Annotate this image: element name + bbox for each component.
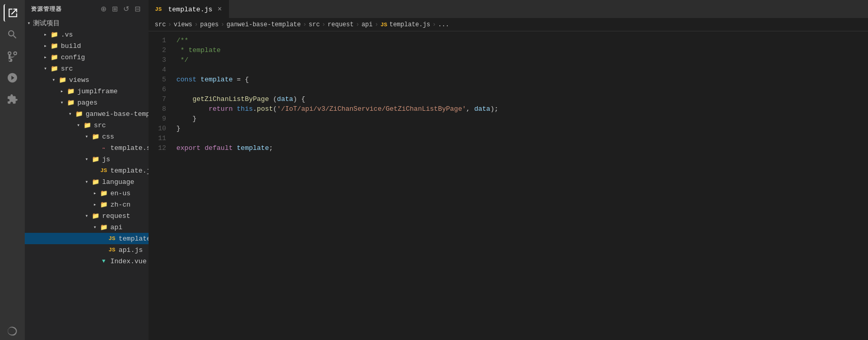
config-arrow: ▸ — [41, 53, 50, 61]
breadcrumb: src › views › pages › ganwei-base-templa… — [149, 18, 868, 31]
tree-item-api[interactable]: ▾ 📁 api — [25, 222, 149, 233]
tree-item-zh-cn[interactable]: ▸ 📁 zh-cn — [25, 199, 149, 210]
en-us-label: en-us — [110, 190, 130, 197]
breadcrumb-js-icon: JS — [381, 22, 387, 28]
sidebar-header: 资源管理器 ⊕ ⊞ ↺ ⊟ — [25, 0, 149, 18]
code-line-9: 9 } — [149, 114, 868, 124]
jumplframe-label: jumplframe — [77, 88, 118, 95]
js-folder-arrow: ▾ — [83, 155, 91, 163]
tree-item-template-js-selected[interactable]: ▸ JS template.js — [25, 233, 149, 244]
tree-item-index-vue[interactable]: ▸ ▼ Index.vue — [25, 256, 149, 267]
tree-item-en-us[interactable]: ▸ 📁 en-us — [25, 188, 149, 199]
collapse-button[interactable]: ⊟ — [133, 4, 142, 13]
code-line-6: 6 — [149, 84, 868, 94]
language-arrow: ▾ — [83, 178, 91, 186]
run-debug-icon[interactable] — [4, 69, 21, 87]
tree-item-css[interactable]: ▾ 📁 css — [25, 131, 149, 142]
sidebar: 资源管理器 ⊕ ⊞ ↺ ⊟ ▾ 测试项目 ▸ 📁 .vs ▸ 📁 build — [25, 0, 149, 340]
language-label: language — [102, 178, 134, 186]
vs-label: .vs — [61, 31, 73, 39]
tab-template-js[interactable]: JS template.js × — [149, 0, 229, 18]
build-arrow: ▸ — [41, 42, 50, 50]
src-folder-icon: 📁 — [50, 64, 59, 73]
source-control-icon[interactable] — [4, 47, 21, 65]
tree-item-vs[interactable]: ▸ 📁 .vs — [25, 29, 149, 40]
pages-label: pages — [77, 99, 97, 107]
remote-icon[interactable] — [4, 322, 21, 340]
language-folder-icon: 📁 — [91, 177, 100, 186]
src-arrow: ▾ — [41, 64, 50, 73]
css-arrow: ▾ — [83, 132, 91, 141]
vue-file-icon: ▼ — [99, 257, 108, 266]
code-line-11: 11 — [149, 133, 868, 143]
src2-label: src — [94, 122, 106, 129]
src2-folder-icon: 📁 — [83, 121, 92, 130]
refresh-button[interactable]: ↺ — [122, 4, 131, 13]
tree-item-template-scss[interactable]: ▸ ꟷ template.scss — [25, 142, 149, 154]
tree-item-js[interactable]: ▾ 📁 js — [25, 154, 149, 165]
tree-item-jumplframe[interactable]: ▸ 📁 jumplframe — [25, 86, 149, 97]
pages-arrow: ▾ — [58, 98, 66, 107]
extensions-icon[interactable] — [4, 91, 21, 108]
config-folder-icon: 📁 — [50, 53, 59, 62]
breadcrumb-pages[interactable]: pages — [200, 21, 219, 28]
breadcrumb-src2[interactable]: src — [308, 21, 320, 28]
tree-item-build[interactable]: ▸ 📁 build — [25, 40, 149, 52]
code-line-5: 5 const template = { — [149, 75, 868, 84]
css-label: css — [102, 133, 114, 141]
activity-bar — [0, 0, 25, 340]
vs-arrow: ▸ — [41, 30, 50, 39]
scss-file-icon: ꟷ — [99, 143, 108, 152]
zh-cn-arrow: ▸ — [91, 200, 99, 209]
tree-item-pages[interactable]: ▾ 📁 pages — [25, 97, 149, 108]
views-arrow: ▾ — [50, 76, 58, 84]
jumplframe-arrow: ▸ — [58, 87, 66, 95]
code-line-2: 2 * template — [149, 45, 868, 55]
tree-item-src2[interactable]: ▾ 📁 src — [25, 120, 149, 131]
code-line-10: 10 } — [149, 124, 868, 133]
breadcrumb-more[interactable]: ... — [438, 21, 449, 28]
en-us-folder-icon: 📁 — [99, 189, 108, 198]
breadcrumb-views[interactable]: views — [174, 21, 192, 28]
zh-cn-folder-icon: 📁 — [99, 200, 108, 209]
code-editor[interactable]: 1 /** 2 * template 3 */ 4 5 const templa… — [149, 31, 868, 340]
breadcrumb-ganwei[interactable]: ganwei-base-template — [226, 21, 301, 28]
index-vue-label: Index.vue — [110, 258, 146, 265]
en-us-arrow: ▸ — [91, 189, 99, 197]
code-line-7: 7 getZiChanListByPage (data) { — [149, 94, 868, 104]
tab-close-button[interactable]: × — [216, 5, 224, 13]
tab-bar: JS template.js × — [149, 0, 868, 18]
tree-item-api-js[interactable]: ▸ JS api.js — [25, 244, 149, 256]
tree-item-template-js[interactable]: ▸ JS template.js — [25, 165, 149, 176]
new-folder-button[interactable]: ⊞ — [110, 4, 120, 13]
template-js-label: template.js — [110, 167, 149, 175]
breadcrumb-src[interactable]: src — [155, 21, 166, 28]
template-js-selected-label: template.js — [119, 235, 149, 243]
breadcrumb-request[interactable]: request — [327, 21, 353, 28]
tree-item-request[interactable]: ▾ 📁 request — [25, 210, 149, 222]
api-label: api — [110, 224, 122, 231]
views-folder-icon: 📁 — [58, 75, 67, 84]
tab-label: template.js — [168, 6, 212, 13]
build-folder-icon: 📁 — [50, 41, 59, 50]
tree-item-src[interactable]: ▾ 📁 src — [25, 63, 149, 74]
api-folder-icon: 📁 — [99, 223, 108, 232]
search-icon[interactable] — [4, 26, 21, 43]
breadcrumb-filename[interactable]: template.js — [389, 21, 430, 28]
tree-item-views[interactable]: ▾ 📁 views — [25, 74, 149, 86]
src-label: src — [61, 65, 73, 73]
api-js-icon: JS — [107, 245, 117, 254]
tree-item-ganwei[interactable]: ▾ 📁 ganwei-base-template — [25, 108, 149, 120]
tree-item-language[interactable]: ▾ 📁 language — [25, 176, 149, 188]
request-label: request — [102, 212, 130, 220]
explorer-icon[interactable] — [4, 4, 21, 22]
tree-item-config[interactable]: ▸ 📁 config — [25, 52, 149, 63]
new-file-button[interactable]: ⊕ — [99, 4, 108, 13]
breadcrumb-api[interactable]: api — [362, 21, 373, 28]
tree-root[interactable]: ▾ 测试项目 — [25, 18, 149, 29]
file-tree: ▾ 测试项目 ▸ 📁 .vs ▸ 📁 build ▸ 📁 config — [25, 18, 149, 340]
css-folder-icon: 📁 — [91, 132, 100, 141]
build-label: build — [61, 42, 81, 50]
ganwei-arrow: ▾ — [66, 110, 74, 118]
vs-folder-icon: 📁 — [50, 30, 59, 39]
